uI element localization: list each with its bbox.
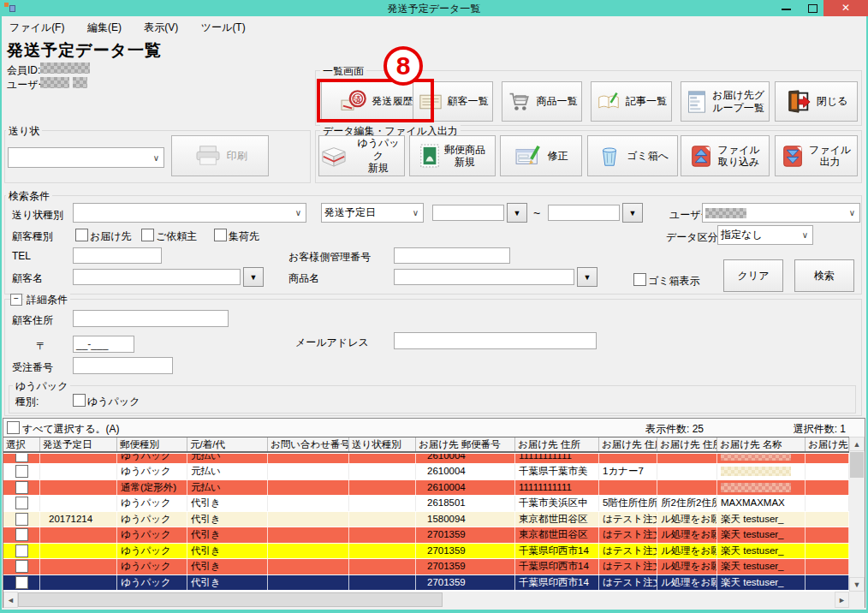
row-select-checkbox[interactable] bbox=[15, 528, 28, 541]
to-trash-button[interactable]: ゴミ箱へ bbox=[587, 135, 678, 176]
article-list-button[interactable]: 記事一覧 bbox=[591, 81, 672, 122]
postal-input[interactable]: __-___ bbox=[73, 336, 134, 353]
table-row[interactable]: ゆうパック元払い2610004千葉県千葉市美1カナー7 bbox=[3, 464, 849, 480]
date-from-input[interactable] bbox=[432, 205, 504, 221]
row-select-checkbox[interactable] bbox=[15, 481, 28, 494]
select-all-checkbox[interactable] bbox=[7, 421, 20, 434]
vertical-scrollbar[interactable]: ▲ ▼ bbox=[849, 437, 865, 592]
trash-display-checkbox[interactable] bbox=[633, 273, 646, 286]
row-select-checkbox[interactable] bbox=[15, 513, 28, 526]
sender-checkbox[interactable] bbox=[141, 229, 154, 241]
delivery-dest-checkbox[interactable] bbox=[75, 229, 88, 241]
chevron-down-icon: ∨ bbox=[802, 230, 810, 240]
search-user-select[interactable]: ∨ bbox=[702, 203, 860, 223]
date-to-picker-button[interactable]: ▼ bbox=[622, 203, 643, 223]
scroll-left-button[interactable]: ◄ bbox=[3, 592, 18, 608]
table-row[interactable]: ゆうパック元払い261000411111111111 bbox=[3, 454, 849, 464]
email-input[interactable] bbox=[394, 332, 597, 349]
column-header[interactable]: お届け先 住所 bbox=[515, 437, 599, 451]
column-header[interactable]: お届け先 住所2 bbox=[599, 437, 657, 451]
yupack-checkbox[interactable] bbox=[73, 394, 86, 407]
maximize-button[interactable] bbox=[801, 0, 823, 16]
trash-display-label: ゴミ箱表示 bbox=[648, 274, 700, 289]
column-header[interactable]: 郵便種別 bbox=[117, 437, 187, 451]
column-header[interactable]: お届け先 名称 bbox=[717, 437, 806, 451]
product-name-input[interactable] bbox=[394, 269, 574, 285]
scroll-down-button[interactable]: ▼ bbox=[849, 577, 865, 592]
row-select-checkbox[interactable] bbox=[15, 560, 28, 573]
product-name-dropdown-button[interactable]: ▼ bbox=[577, 267, 597, 287]
search-button[interactable]: 検索 bbox=[794, 259, 854, 292]
menu-view[interactable]: 表示(V) bbox=[134, 16, 187, 39]
clear-button[interactable]: クリア bbox=[723, 259, 783, 292]
column-header[interactable]: 送り状種別 bbox=[349, 437, 416, 451]
customer-name-input[interactable] bbox=[73, 269, 241, 285]
edit-button[interactable]: 修正 bbox=[500, 135, 582, 176]
column-header[interactable]: お届け先 郵便番号 bbox=[416, 437, 515, 451]
file-export-button[interactable]: ファイル 出力 bbox=[775, 135, 858, 176]
yupack-new-button[interactable]: ゆうパック 新規 bbox=[318, 135, 405, 176]
order-no-input[interactable] bbox=[73, 357, 173, 374]
table-cell bbox=[599, 454, 657, 463]
table-cell: ル処理をお願いし bbox=[657, 544, 717, 559]
pickup-checkbox[interactable] bbox=[214, 229, 227, 241]
customer-type-label: 顧客種別 bbox=[12, 229, 53, 244]
row-select-checkbox[interactable] bbox=[15, 545, 28, 557]
customer-name-dropdown-button[interactable]: ▼ bbox=[243, 267, 264, 287]
scroll-up-button[interactable]: ▲ bbox=[849, 437, 865, 451]
table-row[interactable]: 通常(定形外)元払い261000411111111111 bbox=[3, 480, 849, 497]
horizontal-scrollbar[interactable]: ◄ ► bbox=[3, 592, 849, 608]
close-button[interactable]: ✕ bbox=[823, 0, 868, 16]
table-cell: 代引き bbox=[187, 512, 268, 527]
invoice-select[interactable]: ∨ bbox=[8, 147, 164, 168]
column-header[interactable]: 元/着/代 bbox=[187, 437, 268, 451]
menu-edit[interactable]: 編集(E) bbox=[78, 16, 131, 39]
data-class-select[interactable]: 指定なし ∨ bbox=[717, 225, 813, 245]
collapse-toggle[interactable]: − bbox=[10, 294, 22, 306]
invoice-type-select[interactable]: ∨ bbox=[73, 203, 306, 223]
table-row[interactable]: ✓ゆうパック代引き2701359千葉県印西市14はテスト注文です。ル処理をお願い… bbox=[3, 575, 849, 592]
column-header[interactable]: 選択 bbox=[3, 437, 40, 451]
minimize-button[interactable] bbox=[776, 0, 798, 16]
horizontal-scrollbar-thumb[interactable] bbox=[18, 592, 443, 607]
table-row[interactable]: ゆうパック代引き2701359千葉県印西市14はテスト注文です。ル処理をお願いし… bbox=[3, 559, 849, 575]
close-window-button[interactable]: 閉じる bbox=[775, 81, 858, 122]
table-body: ゆうパック元払い261000411111111111ゆうパック元払い261000… bbox=[3, 454, 849, 591]
date-type-select[interactable]: 発送予定日 ∨ bbox=[321, 203, 424, 223]
customer-address-input[interactable] bbox=[73, 310, 229, 327]
column-header[interactable]: 発送予定日 bbox=[40, 437, 117, 451]
table-cell: 2610004 bbox=[416, 454, 515, 463]
delivery-group-list-button[interactable]: お届け先グ ループ一覧 bbox=[681, 81, 770, 122]
scroll-right-button[interactable]: ► bbox=[835, 592, 849, 608]
table-cell: 11111111111 bbox=[515, 480, 599, 496]
table-cell: 1カナー7 bbox=[599, 464, 657, 479]
table-cell bbox=[657, 454, 717, 463]
table-row[interactable]: ゆうパック代引き2701359東京都世田谷区はテスト注文です。ル処理をお願いし楽… bbox=[3, 527, 849, 544]
scrollbar-corner bbox=[849, 592, 865, 608]
customer-mgmt-no-input[interactable] bbox=[394, 247, 510, 264]
postal-product-new-button[interactable]: 郵便商品 新規 bbox=[409, 135, 496, 176]
date-to-input[interactable] bbox=[548, 205, 620, 221]
file-import-button[interactable]: ファイル 取り込み bbox=[681, 135, 770, 176]
row-select-checkbox[interactable] bbox=[15, 497, 28, 509]
menu-tools[interactable]: ツール(T) bbox=[192, 16, 255, 39]
row-select-checkbox[interactable] bbox=[15, 454, 28, 462]
minimize-glyph bbox=[782, 9, 791, 10]
table-row[interactable]: ゆうパック代引き2701359千葉県印西市14はテスト注文です。ル処理をお願いし… bbox=[3, 544, 849, 560]
print-button[interactable]: 印刷 bbox=[171, 135, 269, 176]
product-list-button[interactable]: 商品一覧 bbox=[502, 81, 582, 122]
row-select-checkbox[interactable]: ✓ bbox=[15, 576, 28, 589]
column-header[interactable]: お届け先 住所3 bbox=[657, 437, 717, 451]
column-header[interactable]: お届け先 bbox=[806, 437, 849, 451]
table-row[interactable]: ゆうパック代引き2618501千葉市美浜区中5階住所住所住所2住所2住所2MAX… bbox=[3, 496, 849, 512]
vertical-scrollbar-thumb[interactable] bbox=[850, 452, 864, 478]
tel-input[interactable] bbox=[73, 247, 162, 264]
column-header[interactable]: お問い合わせ番号 bbox=[268, 437, 349, 451]
table-cell bbox=[717, 454, 806, 463]
table-cell: 2610004 bbox=[416, 480, 515, 496]
yupack-type-label: 種別: bbox=[15, 395, 39, 409]
menu-file[interactable]: ファイル(F) bbox=[0, 16, 74, 39]
date-from-picker-button[interactable]: ▼ bbox=[507, 203, 527, 223]
row-select-checkbox[interactable] bbox=[15, 465, 28, 478]
table-row[interactable]: 20171214ゆうパック代引き1580094東京都世田谷区はテスト注文です。ル… bbox=[3, 512, 849, 528]
